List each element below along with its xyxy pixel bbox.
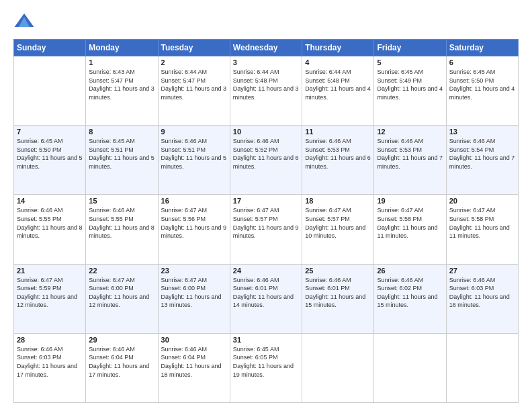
calendar-day-cell: 9Sunrise: 6:46 AMSunset: 5:51 PMDaylight…	[158, 126, 230, 195]
sunrise-text: Sunrise: 6:46 AM	[233, 137, 299, 146]
calendar-header-row: SundayMondayTuesdayWednesdayThursdayFrid…	[14, 40, 519, 56]
day-number: 25	[305, 267, 371, 275]
day-info: Sunrise: 6:47 AMSunset: 5:58 PMDaylight:…	[377, 206, 443, 240]
day-info: Sunrise: 6:44 AMSunset: 5:48 PMDaylight:…	[233, 68, 299, 101]
day-number: 24	[233, 267, 299, 275]
calendar-day-cell	[374, 333, 446, 402]
day-info: Sunrise: 6:46 AMSunset: 5:52 PMDaylight:…	[233, 137, 299, 171]
daylight-text: Daylight: 11 hours and 12 minutes.	[17, 293, 83, 310]
calendar-day-cell: 7Sunrise: 6:45 AMSunset: 5:50 PMDaylight…	[14, 126, 86, 195]
daylight-text: Daylight: 11 hours and 5 minutes.	[89, 154, 154, 171]
day-number: 3	[233, 58, 299, 66]
daylight-text: Daylight: 11 hours and 4 minutes.	[449, 85, 515, 101]
day-number: 10	[233, 128, 299, 136]
sunrise-text: Sunrise: 6:46 AM	[377, 276, 443, 285]
calendar-week-row: 21Sunrise: 6:47 AMSunset: 5:59 PMDayligh…	[14, 264, 519, 333]
sunrise-text: Sunrise: 6:44 AM	[161, 68, 227, 77]
sunset-text: Sunset: 6:00 PM	[89, 284, 154, 293]
calendar-header-wednesday: Wednesday	[230, 40, 302, 56]
day-number: 4	[305, 58, 371, 66]
day-info: Sunrise: 6:47 AMSunset: 5:57 PMDaylight:…	[305, 206, 371, 240]
sunrise-text: Sunrise: 6:45 AM	[89, 137, 154, 146]
calendar-day-cell	[14, 56, 86, 126]
sunset-text: Sunset: 5:51 PM	[89, 146, 154, 154]
sunset-text: Sunset: 5:54 PM	[449, 146, 515, 154]
sunrise-text: Sunrise: 6:44 AM	[305, 68, 371, 77]
calendar-week-row: 28Sunrise: 6:46 AMSunset: 6:03 PMDayligh…	[14, 333, 519, 402]
sunrise-text: Sunrise: 6:47 AM	[161, 276, 227, 285]
sunrise-text: Sunrise: 6:46 AM	[17, 206, 83, 215]
daylight-text: Daylight: 11 hours and 8 minutes.	[17, 224, 83, 240]
day-info: Sunrise: 6:47 AMSunset: 6:00 PMDaylight:…	[161, 276, 227, 310]
calendar-header-monday: Monday	[86, 40, 158, 56]
day-number: 23	[161, 267, 227, 275]
calendar-week-row: 7Sunrise: 6:45 AMSunset: 5:50 PMDaylight…	[14, 126, 519, 195]
calendar-day-cell: 30Sunrise: 6:46 AMSunset: 6:04 PMDayligh…	[158, 333, 230, 402]
daylight-text: Daylight: 11 hours and 3 minutes.	[233, 85, 299, 101]
day-number: 6	[449, 58, 515, 66]
sunset-text: Sunset: 6:05 PM	[233, 353, 299, 362]
logo-icon	[13, 11, 35, 32]
sunset-text: Sunset: 6:04 PM	[161, 353, 227, 362]
calendar-day-cell: 16Sunrise: 6:47 AMSunset: 5:56 PMDayligh…	[158, 195, 230, 264]
day-number: 7	[17, 128, 83, 136]
day-number: 13	[449, 128, 515, 136]
daylight-text: Daylight: 11 hours and 9 minutes.	[233, 224, 299, 240]
day-info: Sunrise: 6:45 AMSunset: 5:50 PMDaylight:…	[17, 137, 83, 171]
day-number: 17	[233, 197, 299, 205]
sunset-text: Sunset: 5:53 PM	[305, 146, 371, 154]
day-info: Sunrise: 6:44 AMSunset: 5:48 PMDaylight:…	[305, 68, 371, 101]
daylight-text: Daylight: 11 hours and 17 minutes.	[89, 362, 154, 379]
daylight-text: Daylight: 11 hours and 16 minutes.	[449, 293, 515, 310]
daylight-text: Daylight: 11 hours and 6 minutes.	[305, 154, 371, 171]
day-number: 11	[305, 128, 371, 136]
day-info: Sunrise: 6:44 AMSunset: 5:47 PMDaylight:…	[161, 68, 227, 101]
sunset-text: Sunset: 5:51 PM	[161, 146, 227, 154]
sunset-text: Sunset: 5:48 PM	[233, 77, 299, 85]
sunset-text: Sunset: 5:52 PM	[233, 146, 299, 154]
daylight-text: Daylight: 11 hours and 12 minutes.	[89, 293, 154, 310]
header	[13, 11, 519, 32]
sunrise-text: Sunrise: 6:46 AM	[89, 345, 154, 354]
day-number: 26	[377, 267, 443, 275]
sunset-text: Sunset: 5:50 PM	[17, 146, 83, 154]
sunrise-text: Sunrise: 6:47 AM	[233, 206, 299, 215]
sunrise-text: Sunrise: 6:46 AM	[161, 345, 227, 354]
day-number: 16	[161, 197, 227, 205]
calendar-day-cell	[446, 333, 518, 402]
page: SundayMondayTuesdayWednesdayThursdayFrid…	[0, 0, 532, 411]
calendar-day-cell: 31Sunrise: 6:45 AMSunset: 6:05 PMDayligh…	[230, 333, 302, 402]
sunrise-text: Sunrise: 6:47 AM	[89, 276, 154, 285]
day-info: Sunrise: 6:46 AMSunset: 6:03 PMDaylight:…	[17, 345, 83, 379]
calendar-day-cell: 21Sunrise: 6:47 AMSunset: 5:59 PMDayligh…	[14, 264, 86, 333]
day-info: Sunrise: 6:46 AMSunset: 6:02 PMDaylight:…	[377, 276, 443, 310]
calendar-day-cell: 8Sunrise: 6:45 AMSunset: 5:51 PMDaylight…	[86, 126, 158, 195]
calendar-day-cell: 11Sunrise: 6:46 AMSunset: 5:53 PMDayligh…	[302, 126, 374, 195]
sunset-text: Sunset: 5:55 PM	[17, 215, 83, 224]
day-info: Sunrise: 6:46 AMSunset: 5:53 PMDaylight:…	[305, 137, 371, 171]
sunrise-text: Sunrise: 6:44 AM	[233, 68, 299, 77]
day-number: 28	[17, 336, 83, 344]
calendar-week-row: 14Sunrise: 6:46 AMSunset: 5:55 PMDayligh…	[14, 195, 519, 264]
calendar-header-tuesday: Tuesday	[158, 40, 230, 56]
day-number: 18	[305, 197, 371, 205]
day-info: Sunrise: 6:43 AMSunset: 5:47 PMDaylight:…	[89, 68, 154, 101]
sunset-text: Sunset: 5:49 PM	[377, 77, 443, 85]
calendar-header-sunday: Sunday	[14, 40, 86, 56]
calendar-header-thursday: Thursday	[302, 40, 374, 56]
sunset-text: Sunset: 5:59 PM	[17, 284, 83, 293]
sunrise-text: Sunrise: 6:47 AM	[377, 206, 443, 215]
day-info: Sunrise: 6:46 AMSunset: 6:01 PMDaylight:…	[305, 276, 371, 310]
calendar-day-cell: 10Sunrise: 6:46 AMSunset: 5:52 PMDayligh…	[230, 126, 302, 195]
day-info: Sunrise: 6:47 AMSunset: 5:56 PMDaylight:…	[161, 206, 227, 240]
day-number: 21	[17, 267, 83, 275]
sunset-text: Sunset: 6:04 PM	[89, 353, 154, 362]
sunset-text: Sunset: 5:47 PM	[89, 77, 154, 85]
day-info: Sunrise: 6:46 AMSunset: 6:01 PMDaylight:…	[233, 276, 299, 310]
calendar-day-cell: 29Sunrise: 6:46 AMSunset: 6:04 PMDayligh…	[86, 333, 158, 402]
day-number: 19	[377, 197, 443, 205]
calendar-header-friday: Friday	[374, 40, 446, 56]
day-info: Sunrise: 6:47 AMSunset: 5:57 PMDaylight:…	[233, 206, 299, 240]
sunset-text: Sunset: 6:03 PM	[17, 353, 83, 362]
day-info: Sunrise: 6:47 AMSunset: 6:00 PMDaylight:…	[89, 276, 154, 310]
